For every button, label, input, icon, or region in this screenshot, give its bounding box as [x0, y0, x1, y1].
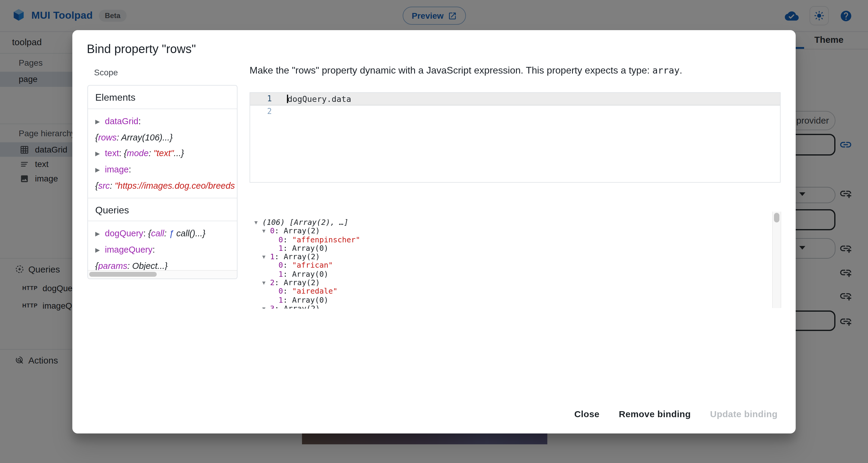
scope-label: Scope — [94, 67, 118, 77]
vertical-scrollbar[interactable] — [772, 212, 781, 308]
scope-element-datagrid-value: {rows: Array(106)...} — [95, 130, 237, 145]
remove-binding-button[interactable]: Remove binding — [612, 404, 698, 424]
expand-icon[interactable]: ▶ — [95, 226, 105, 242]
scope-element-image[interactable]: ▶image: — [95, 161, 237, 178]
editor-line-1[interactable]: 1 dogQuery.data — [250, 93, 780, 105]
dialog-instruction: Make the "rows" property dynamic with a … — [250, 65, 682, 76]
collapse-icon[interactable]: ▼ — [262, 304, 270, 309]
scope-element-datagrid[interactable]: ▶dataGrid: — [95, 113, 237, 130]
result-json-tree: ▼(106) [Array(2), …] ▼0: Array(2) 0: "af… — [254, 218, 767, 309]
tree-row[interactable]: ▼2: Array(2) — [254, 279, 767, 287]
scrollbar-thumb[interactable] — [774, 213, 779, 222]
tree-row[interactable]: 0: "affenpinscher" — [254, 236, 767, 244]
bind-property-dialog: Bind property "rows" Scope Elements ▶dat… — [72, 30, 796, 433]
queries-list: ▶dogQuery: {call: ƒ call()...} ▶imageQue… — [88, 221, 237, 278]
app-screen: MUI Toolpad Beta Preview toolpad — [0, 0, 868, 463]
tree-row[interactable]: 0: "african" — [254, 261, 767, 270]
elements-header: Elements — [88, 86, 237, 109]
expand-icon[interactable]: ▶ — [95, 162, 105, 178]
tree-row[interactable]: 1: Array(0) — [254, 270, 767, 279]
editor-line-2[interactable]: 2 — [250, 105, 780, 118]
line-number: 2 — [250, 105, 272, 118]
close-button[interactable]: Close — [567, 404, 607, 424]
dialog-title: Bind property "rows" — [87, 42, 196, 56]
scope-query-imagequery[interactable]: ▶imageQuery: — [95, 242, 237, 258]
tree-row[interactable]: 0: "airedale" — [254, 287, 767, 296]
scope-element-text[interactable]: ▶text: {mode: "text"...} — [95, 145, 237, 161]
scope-panel: Elements ▶dataGrid: {rows: Array(106)...… — [87, 85, 238, 279]
scope-element-image-value: {src: "https://images.dog.ceo/breeds — [95, 178, 237, 193]
queries-header: Queries — [88, 198, 237, 221]
tree-row[interactable]: ▼3: Array(2) — [254, 304, 767, 309]
expression-editor[interactable]: 1 dogQuery.data 2 — [250, 92, 781, 183]
update-binding-button[interactable]: Update binding — [703, 404, 785, 424]
collapse-icon[interactable]: ▼ — [262, 253, 270, 261]
expand-icon[interactable]: ▶ — [95, 146, 105, 161]
tree-row[interactable]: ▼0: Array(2) — [254, 227, 767, 236]
collapse-icon[interactable]: ▼ — [262, 279, 270, 287]
tree-row[interactable]: ▼(106) [Array(2), …] — [254, 218, 767, 227]
line-number: 1 — [250, 93, 272, 105]
tree-row[interactable]: 1: Array(0) — [254, 244, 767, 253]
expand-icon[interactable]: ▶ — [95, 114, 105, 130]
editor-code[interactable]: dogQuery.data — [287, 93, 351, 105]
elements-list: ▶dataGrid: {rows: Array(106)...} ▶text: … — [88, 109, 237, 198]
horizontal-scrollbar[interactable] — [88, 270, 237, 279]
tree-row[interactable]: ▼1: Array(2) — [254, 253, 767, 261]
dialog-actions: Close Remove binding Update binding — [567, 404, 785, 424]
collapse-icon[interactable]: ▼ — [262, 227, 270, 236]
collapse-icon[interactable]: ▼ — [254, 218, 262, 227]
expand-icon[interactable]: ▶ — [95, 242, 105, 258]
text-cursor — [287, 95, 288, 103]
scope-query-dogquery[interactable]: ▶dogQuery: {call: ƒ call()...} — [95, 225, 237, 242]
tree-row[interactable]: 1: Array(0) — [254, 296, 767, 304]
scrollbar-thumb[interactable] — [89, 272, 157, 277]
